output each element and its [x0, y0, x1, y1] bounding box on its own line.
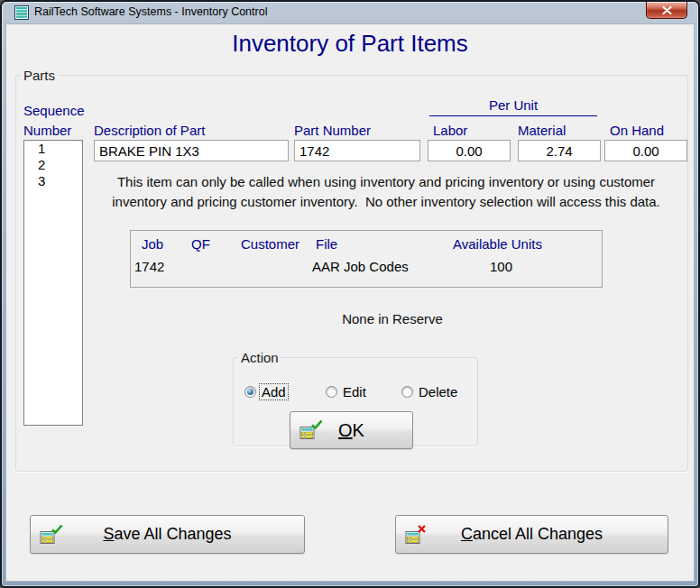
sequence-label: Sequence — [23, 103, 85, 118]
parts-group: Parts Sequence Number Description of Par… — [15, 68, 688, 472]
available-units-value: 100 — [490, 259, 512, 274]
description-label: Description of Part — [94, 123, 205, 138]
description-input[interactable] — [94, 140, 289, 161]
material-label: Material — [518, 123, 566, 138]
job-value: 1742 — [134, 259, 164, 274]
delete-radio-label: Delete — [417, 384, 459, 400]
edit-radio-label: Edit — [341, 384, 368, 400]
on-hand-label: On Hand — [610, 123, 664, 138]
edit-radio[interactable] — [326, 386, 337, 398]
job-header: Job — [142, 236, 163, 252]
inventory-note: This item can only be called when using … — [88, 172, 684, 212]
app-window: RailTech Software Systems - Inventory Co… — [0, 0, 700, 588]
add-radio-label: Add — [260, 384, 288, 400]
page-title: Inventory of Part Items — [6, 30, 694, 58]
save-all-changes-button[interactable]: Save All Changes — [30, 515, 305, 554]
delete-radio[interactable] — [401, 386, 413, 398]
action-group-label: Action — [238, 350, 281, 365]
ok-button-label: OK — [338, 420, 364, 441]
ok-button[interactable]: OK — [290, 411, 413, 449]
action-group: Action Add Edit Delete — [233, 350, 478, 446]
material-input[interactable] — [518, 140, 601, 161]
app-icon — [14, 5, 29, 20]
sequence-item[interactable]: 3 — [24, 173, 82, 189]
file-header: File — [316, 236, 337, 252]
sequence-item[interactable]: 2 — [24, 157, 82, 173]
qf-header: QF — [191, 236, 210, 252]
radio-option-delete[interactable]: Delete — [401, 384, 459, 400]
part-number-label: Part Number — [294, 123, 371, 138]
window-title: RailTech Software Systems - Inventory Co… — [34, 5, 267, 18]
close-icon — [662, 6, 672, 14]
title-bar[interactable]: RailTech Software Systems - Inventory Co… — [2, 2, 698, 23]
sequence-listbox[interactable]: 1 2 3 — [23, 140, 83, 426]
reserve-status: None in Reserve — [16, 311, 689, 326]
cancel-all-changes-button[interactable]: Cancel All Changes — [395, 515, 668, 554]
add-radio[interactable] — [244, 386, 256, 398]
job-info-box: Job QF Customer File Available Units 174… — [130, 230, 603, 288]
inventory-note-line2: inventory and pricing customer inventory… — [88, 192, 684, 212]
radio-option-add[interactable]: Add — [244, 384, 288, 400]
part-number-input[interactable] — [294, 140, 420, 161]
labor-input[interactable] — [428, 140, 511, 161]
on-hand-input[interactable] — [604, 140, 687, 161]
labor-label: Labor — [433, 123, 467, 138]
radio-option-edit[interactable]: Edit — [326, 384, 368, 400]
cancel-all-changes-label: Cancel All Changes — [461, 525, 603, 544]
available-units-header: Available Units — [453, 236, 542, 252]
number-label: Number — [23, 123, 71, 138]
inventory-note-line1: This item can only be called when using … — [88, 172, 684, 192]
table-x-icon — [405, 524, 428, 546]
table-check-icon — [40, 524, 63, 546]
customer-header: Customer — [241, 236, 299, 252]
close-button[interactable] — [646, 2, 687, 19]
sequence-item[interactable]: 1 — [24, 141, 82, 157]
table-check-icon — [299, 419, 323, 441]
per-unit-label: Per Unit — [429, 97, 597, 116]
file-value: AAR Job Codes — [312, 259, 409, 274]
dialog-body: Inventory of Part Items Parts Sequence N… — [5, 23, 695, 582]
save-all-changes-label: Save All Changes — [103, 525, 231, 544]
parts-group-label: Parts — [21, 68, 58, 83]
